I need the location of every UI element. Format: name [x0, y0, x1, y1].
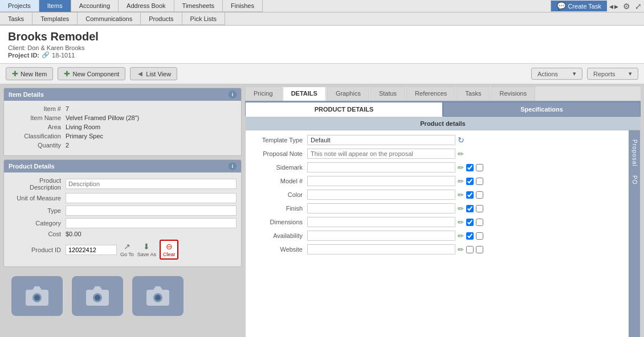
nav-items[interactable]: Items — [39, 0, 71, 12]
finish-checkbox-po[interactable] — [476, 205, 483, 212]
right-panel: Pricing DETAILS Graphics Status Referenc… — [245, 84, 644, 337]
proposal-note-input[interactable] — [307, 149, 455, 159]
save-as-button[interactable]: ⬇ Save As — [137, 242, 156, 257]
sidemark-input[interactable] — [307, 162, 455, 172]
finish-checkbox-proposal[interactable] — [466, 205, 474, 212]
nav-timesheets[interactable]: Timesheets — [174, 0, 223, 12]
nav-products[interactable]: Products — [141, 13, 182, 25]
category-input[interactable] — [66, 218, 237, 228]
edit-icon-finish[interactable]: ✏ — [458, 204, 464, 213]
expand-icon[interactable]: ⤢ — [633, 2, 644, 11]
availability-checkbox-po[interactable] — [476, 232, 483, 240]
vertical-tab-panel: Proposal PO — [629, 130, 640, 337]
list-view-button[interactable]: ◄ List View — [130, 67, 177, 80]
edit-icon-availability[interactable]: ✏ — [458, 232, 464, 240]
tab-pricing[interactable]: Pricing — [245, 87, 282, 101]
availability-label: Availability — [250, 232, 307, 239]
category-label: Category — [9, 220, 66, 227]
tab-graphics[interactable]: Graphics — [327, 87, 369, 101]
website-input[interactable] — [307, 244, 455, 254]
edit-icon-dimensions[interactable]: ✏ — [458, 218, 464, 227]
edit-icon-proposal[interactable]: ✏ — [458, 150, 464, 158]
model-checkbox-po[interactable] — [476, 178, 483, 185]
plus-icon: ✚ — [12, 69, 18, 78]
product-tabs: PRODUCT DETAILS Specifications — [245, 102, 641, 117]
type-input[interactable] — [66, 206, 237, 216]
availability-input[interactable] — [307, 231, 455, 241]
item-details-section: Item Details i Item # 7 Item Name Velvet… — [3, 88, 242, 156]
camera-3[interactable] — [132, 276, 184, 316]
website-checkbox-po[interactable] — [476, 246, 483, 253]
proposal-tab[interactable]: Proposal — [629, 136, 640, 170]
settings-icon[interactable]: ⚙ — [621, 2, 633, 11]
item-name-label: Item Name — [9, 114, 66, 121]
product-id-input[interactable] — [66, 245, 117, 255]
description-label: Product Description — [9, 177, 66, 191]
website-row: Website ✏ — [250, 244, 624, 254]
refresh-icon[interactable]: ↻ — [458, 135, 464, 145]
camera-2[interactable] — [72, 276, 123, 316]
area-row: Area Living Room — [9, 124, 237, 130]
model-checkbox-proposal[interactable] — [466, 178, 474, 185]
classification-row: Classification Primary Spec — [9, 133, 237, 139]
tab-tasks[interactable]: Tasks — [456, 87, 490, 101]
actions-dropdown[interactable]: Actions ▾ — [531, 68, 582, 80]
edit-icon-website[interactable]: ✏ — [458, 245, 464, 254]
product-id-label: Product ID — [9, 246, 66, 253]
sidemark-checkbox-proposal[interactable] — [466, 164, 474, 171]
website-checkbox-proposal[interactable] — [466, 246, 474, 253]
nav-pick-lists[interactable]: Pick Lists — [182, 13, 225, 25]
quantity-row: Quantity 2 — [9, 142, 237, 149]
nav-accounting[interactable]: Accounting — [71, 0, 119, 12]
cost-row: Cost $0.00 — [9, 231, 237, 237]
new-item-button[interactable]: ✚ New Item — [6, 67, 53, 80]
nav-tasks[interactable]: Tasks — [0, 13, 32, 25]
info-icon[interactable]: i — [229, 91, 237, 98]
nav-projects[interactable]: Projects — [0, 0, 39, 12]
create-task-button[interactable]: 💬 Create Task — [551, 1, 608, 11]
tab-revisions[interactable]: Revisions — [491, 87, 535, 101]
description-input[interactable] — [66, 179, 237, 189]
nav-address-book[interactable]: Address Book — [119, 0, 174, 12]
finish-input[interactable] — [307, 203, 455, 213]
nav-back-icon[interactable]: ◂ — [609, 2, 613, 11]
nav-finishes[interactable]: Finishes — [223, 0, 263, 12]
proposal-note-row: Proposal Note ✏ — [250, 149, 624, 159]
sidemark-checkbox-po[interactable] — [476, 164, 483, 171]
nav-communications[interactable]: Communications — [78, 13, 141, 25]
camera-1[interactable] — [11, 276, 63, 316]
dimensions-input[interactable] — [307, 217, 455, 227]
dimensions-checkbox-proposal[interactable] — [466, 219, 474, 226]
color-checkbox-po[interactable] — [476, 191, 483, 199]
uom-label: Unit of Measure — [9, 195, 66, 202]
new-component-button[interactable]: ✚ New Component — [58, 67, 125, 80]
availability-checkbox-proposal[interactable] — [466, 232, 474, 240]
product-details-tab[interactable]: PRODUCT DETAILS — [245, 102, 443, 117]
tab-details[interactable]: DETAILS — [283, 87, 326, 101]
dimensions-checkbox-po[interactable] — [476, 219, 483, 226]
edit-icon-sidemark[interactable]: ✏ — [458, 163, 464, 172]
template-type-input[interactable] — [307, 135, 455, 145]
uom-input[interactable] — [66, 193, 237, 203]
nav-forward-icon[interactable]: ▸ — [614, 2, 618, 11]
tab-references[interactable]: References — [406, 87, 455, 101]
nav-templates[interactable]: Templates — [32, 13, 78, 25]
tab-status[interactable]: Status — [370, 87, 405, 101]
project-client: Client: Don & Karen Brooks — [8, 44, 636, 51]
color-checkbox-proposal[interactable] — [466, 191, 474, 199]
clear-button[interactable]: ⊖ Clear — [160, 240, 179, 260]
reports-dropdown[interactable]: Reports ▾ — [587, 68, 638, 80]
model-input[interactable] — [307, 176, 455, 186]
classification-value: Primary Spec — [66, 133, 103, 139]
project-id: Project ID: 🔗 18-1011 — [8, 51, 636, 59]
info-icon2[interactable]: i — [229, 162, 237, 170]
item-name-row: Item Name Velvet Framed Pillow (28") — [9, 114, 237, 121]
edit-icon-color[interactable]: ✏ — [458, 191, 464, 199]
edit-icon-model[interactable]: ✏ — [458, 177, 464, 186]
goto-button[interactable]: ↗ Go To — [120, 242, 134, 257]
uom-row: Unit of Measure — [9, 193, 237, 203]
specifications-tab[interactable]: Specifications — [443, 102, 641, 117]
color-input[interactable] — [307, 190, 455, 200]
description-row: Product Description — [9, 177, 237, 191]
po-tab[interactable]: PO — [629, 172, 640, 188]
